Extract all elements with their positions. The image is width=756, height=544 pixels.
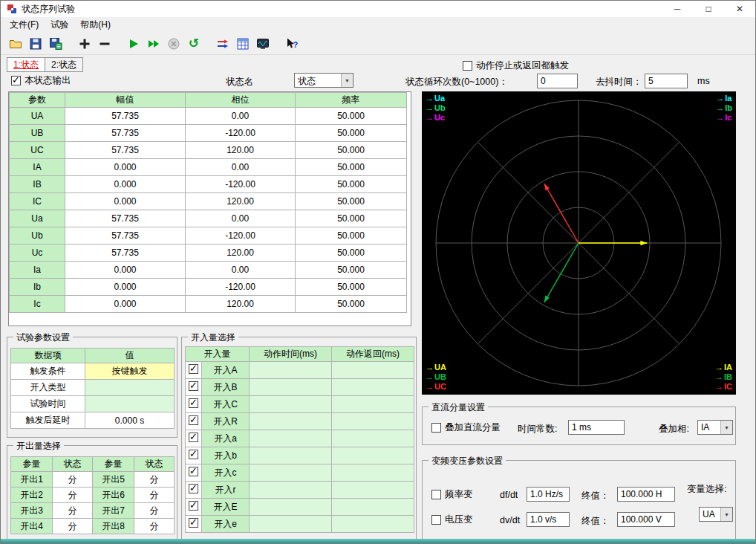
undo-button[interactable] bbox=[185, 35, 203, 53]
amplitude-cell[interactable]: 57.735 bbox=[65, 142, 186, 159]
minimize-button[interactable]: ─ bbox=[662, 1, 693, 17]
frequency-cell[interactable]: 50.000 bbox=[296, 176, 407, 193]
output-state-cell[interactable]: 分 bbox=[53, 503, 93, 519]
state-output-checkbox[interactable] bbox=[11, 76, 21, 85]
phase-cell[interactable]: -120.00 bbox=[186, 227, 296, 245]
phase-cell[interactable]: 120.00 bbox=[186, 142, 296, 159]
stop-test-button[interactable] bbox=[165, 35, 183, 53]
frequency-cell[interactable]: 50.000 bbox=[296, 125, 407, 142]
input-row-checkbox[interactable] bbox=[189, 501, 198, 511]
output-state-cell[interactable]: 分 bbox=[134, 472, 175, 488]
frequency-cell[interactable]: 50.000 bbox=[296, 142, 407, 159]
phase-cell[interactable]: 120.00 bbox=[186, 193, 296, 210]
frequency-cell[interactable]: 50.000 bbox=[296, 296, 407, 313]
volt-change-checkbox[interactable] bbox=[431, 515, 441, 525]
remove-state-button[interactable] bbox=[96, 35, 114, 53]
trigger-on-stop-return-checkbox[interactable] bbox=[463, 61, 472, 71]
phase-cell[interactable]: -120.00 bbox=[186, 125, 296, 142]
value-cell[interactable]: 0.000 s bbox=[85, 412, 175, 429]
output-state-cell[interactable]: 分 bbox=[134, 488, 175, 503]
chevron-down-icon[interactable] bbox=[720, 421, 732, 434]
save-file-button[interactable] bbox=[27, 35, 45, 53]
input-row-checkbox[interactable] bbox=[189, 433, 198, 442]
amplitude-cell[interactable]: 57.735 bbox=[65, 210, 186, 227]
amplitude-cell[interactable]: 57.735 bbox=[65, 108, 186, 125]
phase-cell[interactable]: 0.00 bbox=[186, 108, 296, 125]
phase-cell[interactable]: 120.00 bbox=[186, 296, 296, 313]
phase-cell[interactable]: 120.00 bbox=[186, 245, 296, 262]
frequency-cell[interactable]: 50.000 bbox=[296, 210, 407, 227]
phase-cell[interactable]: 0.00 bbox=[186, 262, 296, 279]
open-file-button[interactable] bbox=[7, 35, 25, 53]
amplitude-cell[interactable]: 0.000 bbox=[65, 193, 186, 210]
input-row-checkbox[interactable] bbox=[189, 518, 198, 528]
volt-final-input[interactable] bbox=[617, 512, 675, 527]
vector-table-button[interactable] bbox=[234, 35, 252, 53]
input-row-checkbox[interactable] bbox=[189, 450, 198, 459]
debounce-time-input[interactable] bbox=[645, 74, 688, 88]
frequency-cell[interactable]: 50.000 bbox=[296, 227, 407, 245]
input-row-checkbox[interactable] bbox=[189, 467, 198, 476]
trigger-on-stop-return-label: 动作停止或返回都触发 bbox=[476, 59, 569, 72]
context-help-button[interactable]: ? bbox=[283, 35, 301, 53]
maximize-button[interactable]: □ bbox=[693, 1, 724, 17]
output-state-cell[interactable]: 分 bbox=[53, 472, 93, 488]
chevron-down-icon[interactable] bbox=[341, 74, 353, 87]
value-cell[interactable] bbox=[85, 380, 175, 396]
output-state-cell[interactable]: 分 bbox=[134, 503, 175, 519]
amplitude-cell[interactable]: 57.735 bbox=[65, 245, 186, 262]
output-state-cell[interactable]: 分 bbox=[53, 519, 93, 534]
amplitude-cell[interactable]: 57.735 bbox=[65, 227, 186, 245]
input-row-checkbox[interactable] bbox=[189, 415, 198, 425]
tab-state-1[interactable]: 1:状态 bbox=[7, 57, 45, 72]
input-row-checkbox[interactable] bbox=[189, 484, 198, 493]
loop-count-input[interactable] bbox=[537, 74, 578, 88]
menu-item[interactable]: 试验 bbox=[45, 17, 74, 33]
frequency-cell[interactable]: 50.000 bbox=[296, 193, 407, 210]
frequency-cell[interactable]: 50.000 bbox=[296, 245, 407, 262]
amplitude-cell[interactable]: 0.000 bbox=[65, 262, 186, 279]
phase-cell[interactable]: 0.00 bbox=[186, 210, 296, 227]
freq-change-checkbox[interactable] bbox=[431, 490, 441, 499]
frequency-cell[interactable]: 50.000 bbox=[296, 108, 407, 125]
freq-final-input[interactable] bbox=[617, 487, 675, 502]
superimpose-phase-combobox[interactable]: IA bbox=[697, 420, 733, 435]
close-button[interactable]: ✕ bbox=[724, 1, 755, 17]
fast-forward-button[interactable] bbox=[145, 35, 163, 53]
chevron-down-icon[interactable] bbox=[720, 508, 732, 521]
time-constant-input[interactable] bbox=[568, 420, 625, 435]
amplitude-cell[interactable]: 0.000 bbox=[65, 176, 186, 193]
frequency-cell[interactable]: 50.000 bbox=[296, 159, 407, 176]
param-name-cell: Ia bbox=[10, 262, 65, 279]
dfdt-input[interactable] bbox=[527, 487, 570, 502]
amplitude-cell[interactable]: 0.000 bbox=[65, 296, 186, 313]
frequency-cell[interactable]: 50.000 bbox=[296, 279, 407, 296]
output-state-cell[interactable]: 分 bbox=[134, 519, 175, 534]
input-row-checkbox[interactable] bbox=[189, 398, 198, 408]
input-row-checkbox[interactable] bbox=[189, 381, 198, 391]
menu-item[interactable]: 文件(F) bbox=[4, 17, 45, 33]
value-cell[interactable]: 按键触发 bbox=[85, 363, 175, 380]
variable-select-combobox[interactable]: UA bbox=[699, 507, 733, 522]
dvdt-input[interactable] bbox=[527, 512, 570, 527]
amplitude-cell[interactable]: 57.735 bbox=[65, 125, 186, 142]
phase-cell[interactable]: -120.00 bbox=[186, 279, 296, 296]
menu-item[interactable]: 帮助(H) bbox=[74, 17, 117, 33]
state-name-combobox[interactable]: 状态 bbox=[294, 73, 353, 88]
dc-superimpose-checkbox[interactable] bbox=[431, 423, 441, 433]
input-row-checkbox[interactable] bbox=[189, 364, 198, 374]
variable-select-value: UA bbox=[700, 508, 720, 521]
tab-state-2[interactable]: 2:状态 bbox=[45, 57, 83, 72]
phase-cell[interactable]: -120.00 bbox=[186, 176, 296, 193]
start-test-button[interactable] bbox=[125, 35, 143, 53]
frequency-cell[interactable]: 50.000 bbox=[296, 262, 407, 279]
output-state-cell[interactable]: 分 bbox=[53, 488, 93, 503]
amplitude-cell[interactable]: 0.000 bbox=[65, 279, 186, 296]
save-report-button[interactable] bbox=[47, 35, 65, 53]
waveform-display-button[interactable] bbox=[254, 35, 272, 53]
value-cell[interactable] bbox=[85, 396, 175, 412]
amplitude-cell[interactable]: 0.000 bbox=[65, 159, 186, 176]
add-state-button[interactable] bbox=[76, 35, 94, 53]
phase-cell[interactable]: 0.00 bbox=[186, 159, 296, 176]
phase-adjust-button[interactable] bbox=[214, 35, 232, 53]
